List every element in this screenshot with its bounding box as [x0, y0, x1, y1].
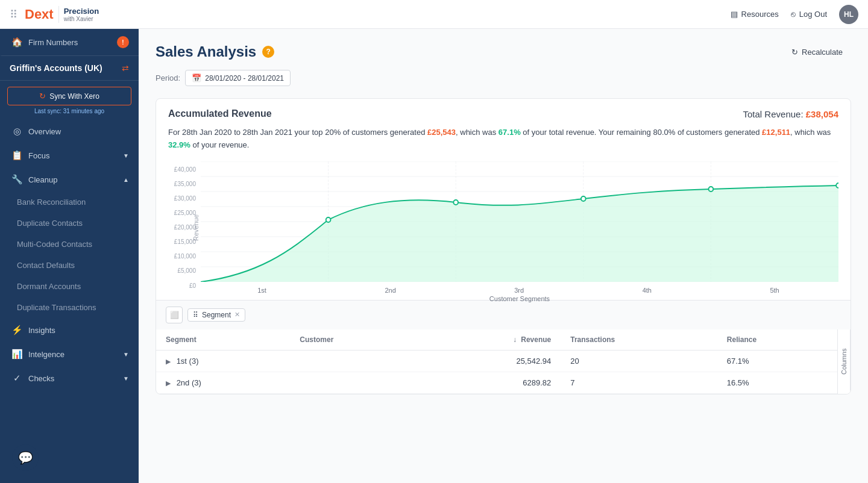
- insight-pct2: 32.9%: [168, 140, 190, 149]
- checks-icon: ✓: [11, 373, 22, 384]
- sidebar-item-bank-reconciliation[interactable]: Bank Reconciliation: [0, 192, 139, 213]
- app-sub: with Xavier: [64, 16, 99, 22]
- table-body: ▶ 1st (3) 25,542.94 20 67.1% ▶: [156, 350, 837, 393]
- recalculate-button[interactable]: ↻ Recalculate: [783, 44, 851, 60]
- row2-transactions: 7: [561, 372, 717, 393]
- row1-expand-icon[interactable]: ▶: [166, 358, 171, 365]
- sort-icon: ↓: [513, 335, 517, 344]
- sidebar: 🏠 Firm Numbers ! Griffin's Accounts (UK)…: [0, 29, 139, 483]
- col-customer: Customer: [290, 329, 420, 351]
- insight-text3: of your revenue.: [193, 140, 250, 149]
- chat-icon: 💬: [18, 450, 33, 465]
- table-row[interactable]: ▶ 2nd (3) 6289.82 7 16.5%: [156, 372, 837, 393]
- col-revenue[interactable]: ↓ Revenue: [420, 329, 561, 351]
- row1-transactions: 20: [561, 350, 717, 372]
- firm-numbers-label: Firm Numbers: [28, 38, 78, 47]
- sidebar-item-duplicate-contacts[interactable]: Duplicate Contacts: [0, 213, 139, 234]
- y-label-35k: £35,000: [168, 181, 196, 187]
- segment-tag[interactable]: ⠿ Segment ✕: [187, 308, 245, 322]
- x-label-1st: 1st: [257, 287, 266, 294]
- row2-segment: ▶ 2nd (3): [156, 372, 290, 393]
- home-icon: 🏠: [11, 37, 22, 48]
- sidebar-item-overview[interactable]: ◎ Overview: [0, 119, 139, 143]
- x-label-5th: 5th: [770, 287, 779, 294]
- table-head: Segment Customer ↓ Revenue: [156, 329, 837, 351]
- logout-label: Log Out: [799, 10, 827, 19]
- intelligence-chevron: ▼: [123, 351, 129, 358]
- firm-numbers-badge: !: [117, 36, 129, 48]
- avatar[interactable]: HL: [839, 5, 858, 24]
- bank-reconciliation-label: Bank Reconciliation: [17, 198, 86, 207]
- y-label-0: £0: [168, 282, 196, 289]
- sidebar-item-insights[interactable]: ⚡ Insights: [0, 318, 139, 342]
- segment-remove-icon[interactable]: ✕: [234, 311, 240, 319]
- x-axis-label: Customer Segments: [201, 294, 838, 302]
- grid-icon[interactable]: ⠿: [10, 8, 17, 21]
- col-segment: Segment: [156, 329, 290, 351]
- page-header: Sales Analysis ? ↻ Recalculate: [156, 43, 851, 60]
- sidebar-item-focus[interactable]: 📋 Focus ▼: [0, 143, 139, 167]
- row2-revenue: 6289.82: [420, 372, 561, 393]
- main-layout: 🏠 Firm Numbers ! Griffin's Accounts (UK)…: [0, 29, 868, 483]
- row1-revenue: 25,542.94: [420, 350, 561, 372]
- sidebar-item-cleanup[interactable]: 🔧 Cleanup ▲: [0, 167, 139, 192]
- row2-reliance: 16.5%: [717, 372, 837, 393]
- sidebar-item-firm-numbers[interactable]: 🏠 Firm Numbers !: [0, 29, 139, 56]
- table-row[interactable]: ▶ 1st (3) 25,542.94 20 67.1%: [156, 350, 837, 372]
- sidebar-item-dormant-accounts[interactable]: Dormant Accounts: [0, 276, 139, 297]
- sync-time: Last sync: 31 minutes ago: [0, 108, 139, 119]
- row2-expand-icon[interactable]: ▶: [166, 379, 171, 387]
- nav-left: ⠿ Dext Precision with Xavier: [10, 6, 99, 23]
- card-title: Accumulated Revenue: [168, 108, 272, 119]
- cleanup-icon: 🔧: [11, 174, 22, 185]
- logout-link[interactable]: ⎋ Log Out: [791, 10, 827, 19]
- page-title: Sales Analysis: [156, 43, 256, 60]
- insights-icon: ⚡: [11, 325, 22, 335]
- intelligence-icon: 📊: [11, 349, 22, 360]
- period-label: Period:: [156, 73, 180, 83]
- segment-grid-icon: ⠿: [193, 311, 198, 319]
- row2-customer: [290, 372, 420, 393]
- top-nav: ⠿ Dext Precision with Xavier ▤ Resources…: [0, 0, 868, 29]
- y-label-30k: £30,000: [168, 195, 196, 202]
- total-revenue: Total Revenue: £38,054: [743, 109, 838, 119]
- y-axis-label: Revenue: [192, 214, 200, 241]
- sidebar-item-multi-coded-contacts[interactable]: Multi-Coded Contacts: [0, 234, 139, 255]
- sidebar-item-checks[interactable]: ✓ Checks ▼: [0, 366, 139, 390]
- datapoint-2nd: [453, 200, 458, 205]
- card-header: Accumulated Revenue Total Revenue: £38,0…: [156, 99, 851, 119]
- y-label-5k: £5,000: [168, 267, 196, 274]
- firm-name: Griffin's Accounts (UK): [10, 63, 102, 73]
- columns-panel: Columns: [837, 329, 851, 394]
- columns-button[interactable]: Columns: [838, 329, 851, 394]
- transfer-icon[interactable]: ⇄: [122, 63, 129, 73]
- page-title-row: Sales Analysis ?: [156, 43, 274, 60]
- chat-widget[interactable]: 💬: [12, 444, 39, 471]
- checks-chevron: ▼: [123, 375, 129, 382]
- sync-label: Sync With Xero: [49, 92, 99, 101]
- sidebar-item-intelligence[interactable]: 📊 Intelgence ▼: [0, 342, 139, 366]
- resources-label: Resources: [741, 10, 779, 19]
- sync-icon: ↻: [39, 92, 46, 101]
- dormant-accounts-label: Dormant Accounts: [17, 282, 81, 291]
- resources-link[interactable]: ▤ Resources: [731, 10, 779, 19]
- total-revenue-label: Total Revenue:: [743, 109, 804, 119]
- y-label-10k: £10,000: [168, 253, 196, 260]
- col-transactions: Transactions: [561, 329, 717, 351]
- x-label-2nd: 2nd: [385, 287, 395, 294]
- x-label-4th: 4th: [643, 287, 652, 294]
- chart-fill: [201, 185, 838, 282]
- sidebar-item-contact-defaults[interactable]: Contact Defaults: [0, 255, 139, 276]
- datapoint-5th: [836, 183, 838, 188]
- sync-button[interactable]: ↻ Sync With Xero: [7, 87, 131, 105]
- logo: Dext Precision with Xavier: [25, 6, 99, 23]
- logo-precision: Precision with Xavier: [64, 7, 99, 22]
- help-icon[interactable]: ?: [262, 46, 274, 58]
- sidebar-item-duplicate-transactions[interactable]: Duplicate Transactions: [0, 297, 139, 318]
- export-button[interactable]: ⬜: [166, 307, 183, 323]
- period-button[interactable]: 📅 28/01/2020 - 28/01/2021: [185, 70, 291, 86]
- checks-label: Checks: [28, 374, 54, 383]
- row1-reliance: 67.1%: [717, 350, 837, 372]
- recalc-label: Recalculate: [802, 48, 843, 57]
- insights-label: Insights: [28, 326, 55, 335]
